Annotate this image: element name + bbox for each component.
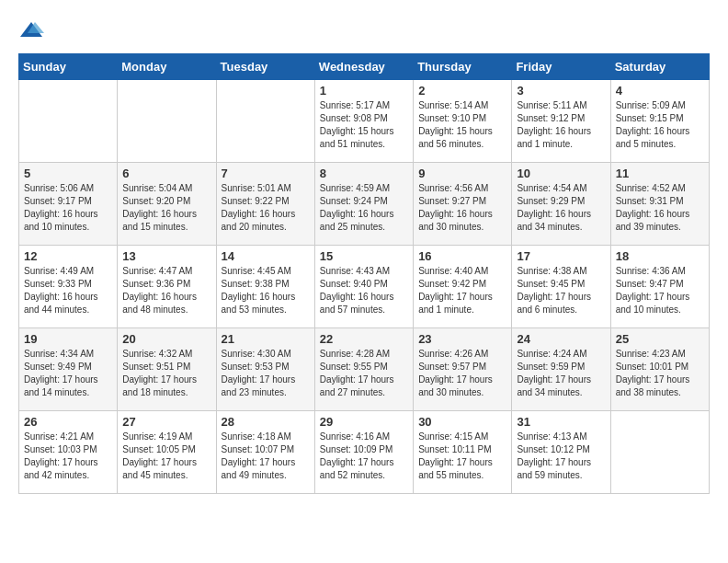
day-info: Sunrise: 4:21 AMSunset: 10:03 PMDaylight… <box>24 431 112 482</box>
day-info: Sunrise: 4:38 AMSunset: 9:45 PMDaylight:… <box>517 265 605 316</box>
calendar-cell <box>216 80 314 163</box>
calendar-week-1: 5Sunrise: 5:06 AMSunset: 9:17 PMDaylight… <box>19 163 710 246</box>
day-number: 19 <box>24 332 112 346</box>
calendar-cell <box>118 80 216 163</box>
day-number: 9 <box>418 167 506 180</box>
day-info: Sunrise: 4:43 AMSunset: 9:40 PMDaylight:… <box>320 265 408 316</box>
weekday-sunday: Sunday <box>19 54 118 80</box>
day-info: Sunrise: 4:47 AMSunset: 9:36 PMDaylight:… <box>122 265 210 316</box>
day-info: Sunrise: 5:14 AMSunset: 9:10 PMDaylight:… <box>418 99 506 151</box>
page-header <box>18 18 710 44</box>
calendar-cell: 25Sunrise: 4:23 AMSunset: 10:01 PMDaylig… <box>610 328 709 411</box>
calendar-cell: 26Sunrise: 4:21 AMSunset: 10:03 PMDaylig… <box>19 411 118 494</box>
day-info: Sunrise: 4:28 AMSunset: 9:55 PMDaylight:… <box>320 348 408 399</box>
calendar-cell: 24Sunrise: 4:24 AMSunset: 9:59 PMDayligh… <box>512 328 610 411</box>
day-number: 22 <box>320 332 408 346</box>
day-number: 5 <box>24 167 112 180</box>
calendar-cell: 22Sunrise: 4:28 AMSunset: 9:55 PMDayligh… <box>314 328 413 411</box>
day-info: Sunrise: 4:49 AMSunset: 9:33 PMDaylight:… <box>24 265 112 316</box>
day-number: 17 <box>517 249 605 263</box>
calendar-cell: 1Sunrise: 5:17 AMSunset: 9:08 PMDaylight… <box>314 80 413 163</box>
calendar-cell: 29Sunrise: 4:16 AMSunset: 10:09 PMDaylig… <box>314 411 413 494</box>
calendar-cell: 13Sunrise: 4:47 AMSunset: 9:36 PMDayligh… <box>118 246 216 328</box>
day-number: 14 <box>222 249 310 263</box>
day-info: Sunrise: 4:56 AMSunset: 9:27 PMDaylight:… <box>418 182 506 234</box>
day-number: 30 <box>418 415 506 429</box>
day-info: Sunrise: 4:18 AMSunset: 10:07 PMDaylight… <box>222 431 310 482</box>
calendar-cell: 23Sunrise: 4:26 AMSunset: 9:57 PMDayligh… <box>414 328 512 411</box>
day-number: 18 <box>616 249 704 263</box>
calendar-cell: 3Sunrise: 5:11 AMSunset: 9:12 PMDaylight… <box>512 80 610 163</box>
calendar-cell: 10Sunrise: 4:54 AMSunset: 9:29 PMDayligh… <box>512 163 610 246</box>
day-number: 20 <box>122 332 210 346</box>
calendar-cell: 28Sunrise: 4:18 AMSunset: 10:07 PMDaylig… <box>216 411 314 494</box>
weekday-saturday: Saturday <box>610 54 709 80</box>
calendar-cell: 7Sunrise: 5:01 AMSunset: 9:22 PMDaylight… <box>216 163 314 246</box>
day-number: 15 <box>320 249 408 263</box>
day-info: Sunrise: 4:36 AMSunset: 9:47 PMDaylight:… <box>616 265 704 316</box>
calendar-cell: 8Sunrise: 4:59 AMSunset: 9:24 PMDaylight… <box>314 163 413 246</box>
calendar-week-0: 1Sunrise: 5:17 AMSunset: 9:08 PMDaylight… <box>19 80 710 163</box>
day-info: Sunrise: 4:59 AMSunset: 9:24 PMDaylight:… <box>320 182 408 234</box>
day-info: Sunrise: 4:23 AMSunset: 10:01 PMDaylight… <box>616 348 704 399</box>
day-info: Sunrise: 4:30 AMSunset: 9:53 PMDaylight:… <box>222 348 310 399</box>
calendar-week-3: 19Sunrise: 4:34 AMSunset: 9:49 PMDayligh… <box>19 328 710 411</box>
day-number: 23 <box>418 332 506 346</box>
day-info: Sunrise: 4:34 AMSunset: 9:49 PMDaylight:… <box>24 348 112 399</box>
day-number: 31 <box>517 415 605 429</box>
calendar-cell: 12Sunrise: 4:49 AMSunset: 9:33 PMDayligh… <box>19 246 118 328</box>
day-info: Sunrise: 5:11 AMSunset: 9:12 PMDaylight:… <box>517 99 605 151</box>
day-info: Sunrise: 5:06 AMSunset: 9:17 PMDaylight:… <box>24 182 112 234</box>
calendar-cell: 21Sunrise: 4:30 AMSunset: 9:53 PMDayligh… <box>216 328 314 411</box>
calendar-week-2: 12Sunrise: 4:49 AMSunset: 9:33 PMDayligh… <box>19 246 710 328</box>
day-info: Sunrise: 4:16 AMSunset: 10:09 PMDaylight… <box>320 431 408 482</box>
day-info: Sunrise: 4:45 AMSunset: 9:38 PMDaylight:… <box>222 265 310 316</box>
calendar-cell: 11Sunrise: 4:52 AMSunset: 9:31 PMDayligh… <box>610 163 709 246</box>
day-number: 26 <box>24 415 112 429</box>
day-number: 25 <box>616 332 704 346</box>
day-number: 6 <box>122 167 210 180</box>
day-number: 28 <box>222 415 310 429</box>
day-number: 4 <box>616 84 704 98</box>
day-info: Sunrise: 4:19 AMSunset: 10:05 PMDaylight… <box>122 431 210 482</box>
calendar-cell: 4Sunrise: 5:09 AMSunset: 9:15 PMDaylight… <box>610 80 709 163</box>
day-info: Sunrise: 5:17 AMSunset: 9:08 PMDaylight:… <box>320 99 408 151</box>
day-number: 10 <box>517 167 605 180</box>
day-info: Sunrise: 4:13 AMSunset: 10:12 PMDaylight… <box>517 431 605 482</box>
calendar-cell: 6Sunrise: 5:04 AMSunset: 9:20 PMDaylight… <box>118 163 216 246</box>
day-info: Sunrise: 4:26 AMSunset: 9:57 PMDaylight:… <box>418 348 506 399</box>
day-number: 29 <box>320 415 408 429</box>
calendar-cell: 2Sunrise: 5:14 AMSunset: 9:10 PMDaylight… <box>414 80 512 163</box>
weekday-friday: Friday <box>512 54 610 80</box>
calendar-cell: 17Sunrise: 4:38 AMSunset: 9:45 PMDayligh… <box>512 246 610 328</box>
day-number: 1 <box>320 84 408 98</box>
calendar-cell: 14Sunrise: 4:45 AMSunset: 9:38 PMDayligh… <box>216 246 314 328</box>
day-number: 3 <box>517 84 605 98</box>
weekday-wednesday: Wednesday <box>314 54 413 80</box>
day-info: Sunrise: 5:04 AMSunset: 9:20 PMDaylight:… <box>122 182 210 234</box>
day-number: 21 <box>222 332 310 346</box>
logo <box>18 18 46 44</box>
weekday-tuesday: Tuesday <box>216 54 314 80</box>
day-number: 13 <box>122 249 210 263</box>
day-number: 2 <box>418 84 506 98</box>
day-number: 24 <box>517 332 605 346</box>
weekday-thursday: Thursday <box>414 54 512 80</box>
calendar-cell: 9Sunrise: 4:56 AMSunset: 9:27 PMDaylight… <box>414 163 512 246</box>
calendar-cell: 30Sunrise: 4:15 AMSunset: 10:11 PMDaylig… <box>414 411 512 494</box>
weekday-header-row: SundayMondayTuesdayWednesdayThursdayFrid… <box>19 54 710 80</box>
day-number: 11 <box>616 167 704 180</box>
calendar-cell: 31Sunrise: 4:13 AMSunset: 10:12 PMDaylig… <box>512 411 610 494</box>
calendar-cell <box>610 411 709 494</box>
calendar-week-4: 26Sunrise: 4:21 AMSunset: 10:03 PMDaylig… <box>19 411 710 494</box>
calendar-cell: 27Sunrise: 4:19 AMSunset: 10:05 PMDaylig… <box>118 411 216 494</box>
day-info: Sunrise: 4:32 AMSunset: 9:51 PMDaylight:… <box>122 348 210 399</box>
day-info: Sunrise: 4:40 AMSunset: 9:42 PMDaylight:… <box>418 265 506 316</box>
calendar-cell: 5Sunrise: 5:06 AMSunset: 9:17 PMDaylight… <box>19 163 118 246</box>
weekday-monday: Monday <box>118 54 216 80</box>
calendar-cell: 15Sunrise: 4:43 AMSunset: 9:40 PMDayligh… <box>314 246 413 328</box>
calendar-cell <box>19 80 118 163</box>
calendar-cell: 20Sunrise: 4:32 AMSunset: 9:51 PMDayligh… <box>118 328 216 411</box>
calendar-cell: 19Sunrise: 4:34 AMSunset: 9:49 PMDayligh… <box>19 328 118 411</box>
day-number: 16 <box>418 249 506 263</box>
